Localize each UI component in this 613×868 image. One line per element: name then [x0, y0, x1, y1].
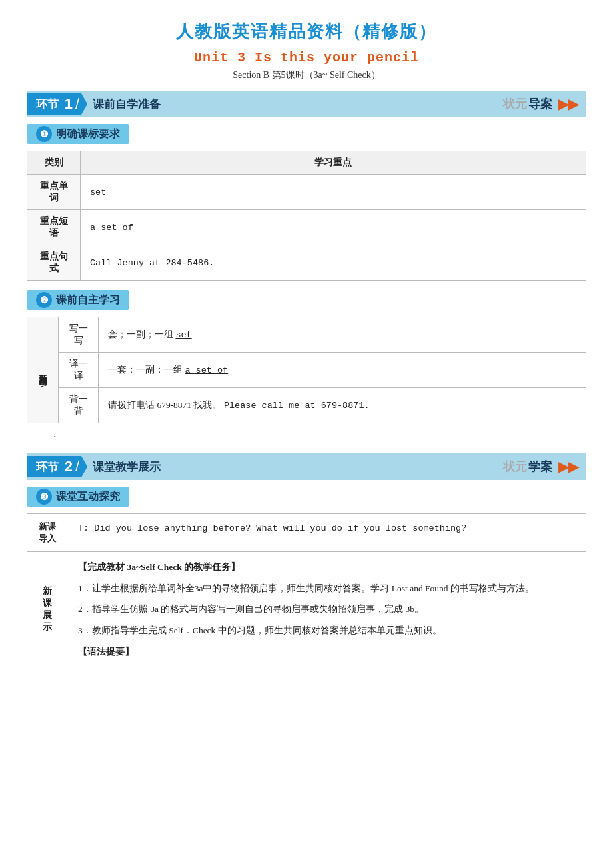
step1-header: ❶ 明确课标要求 [27, 124, 129, 144]
intro-label: 新课导入 [27, 514, 67, 552]
step1-num: ❶ [36, 126, 52, 142]
step3-header: ❸ 课堂互动探究 [27, 487, 129, 507]
content-val-2: 一套；一副；一组 a set of [99, 353, 586, 388]
main-label: 新 课 展 示 [27, 552, 67, 667]
step1-title: 明确课标要求 [56, 127, 120, 141]
section1-bar-right: 状元导案 ▶▶ [503, 96, 578, 112]
table-row: 重点短语 a set of [27, 210, 586, 245]
unit-title: Unit 3 Is this your pencil [27, 50, 586, 65]
sub-label-2: 译一译 [59, 353, 99, 388]
sub-label-1: 写一写 [59, 317, 99, 353]
row-label-1: 重点单词 [27, 175, 81, 210]
section-subtitle: Section B 第5课时（3a~ Self Check） [27, 69, 586, 81]
step2-title: 课前自主学习 [56, 293, 120, 307]
table-row: 新 课 展 示 【完成教材 3a~Self Check 的教学任务】 1．让学生… [27, 552, 586, 667]
section2-bar-right: 状元学案 ▶▶ [503, 459, 578, 475]
group-label: 新单词学习 [27, 317, 59, 423]
table-row: 新单词学习 写一写 套；一副；一组 set [27, 317, 586, 353]
table-row: 背一背 请拨打电话 679-8871 找我。 Please call me at… [27, 388, 586, 423]
table-row: 重点句式 Call Jenny at 284-5486. [27, 245, 586, 281]
step3-title: 课堂互动探究 [56, 490, 120, 504]
table-row: 重点单词 set [27, 175, 586, 210]
main-content: 【完成教材 3a~Self Check 的教学任务】 1．让学生根据所给单词补全… [67, 552, 586, 667]
row-value-1: set [81, 175, 586, 210]
content-val-3: 请拨打电话 679-8871 找我。 Please call me at 679… [99, 388, 586, 423]
row-value-2: a set of [81, 210, 586, 245]
section1-bar-text: 课前自学准备 [93, 97, 161, 112]
section1-bar-num: 环节 1/ [27, 93, 87, 115]
task-header: 【完成教材 3a~Self Check 的教学任务】 [78, 562, 240, 572]
step1-table: 类别 学习重点 重点单词 set 重点短语 a set of 重点句式 Call… [27, 151, 586, 281]
list-item-1: 1．让学生根据所给单词补全3a中的寻物招领启事，师生共同核对答案。学习 Lost… [78, 580, 575, 597]
row-label-2: 重点短语 [27, 210, 81, 245]
step2-num: ❷ [36, 292, 52, 308]
section2-bar: 环节 2/ 课堂教学展示 状元学案 ▶▶ [27, 453, 586, 480]
row-value-3: Call Jenny at 284-5486. [81, 245, 586, 281]
list-item-2: 2．指导学生仿照 3a 的格式与内容写一则自己的寻物启事或失物招领启事，完成 3… [78, 601, 575, 618]
content-val-1: 套；一副；一组 set [99, 317, 586, 353]
table-row: 译一译 一套；一副；一组 a set of [27, 353, 586, 388]
table-row: 新课导入 T: Did you lose anything before? Wh… [27, 514, 586, 552]
dot-separator: · [53, 430, 586, 444]
list-item-3: 3．教师指导学生完成 Self．Check 中的习题，师生共同核对答案并总结本单… [78, 622, 575, 639]
row-label-3: 重点句式 [27, 245, 81, 281]
step3-num: ❸ [36, 489, 52, 505]
step2-header: ❷ 课前自主学习 [27, 290, 129, 310]
col2-header: 学习重点 [81, 151, 586, 175]
step2-table: 新单词学习 写一写 套；一副；一组 set 译一译 一套；一副；一组 a set… [27, 317, 586, 423]
section2-bar-num: 环节 2/ [27, 456, 87, 477]
section2-bar-text: 课堂教学展示 [93, 459, 161, 475]
section1-bar: 环节 1/ 课前自学准备 状元导案 ▶▶ [27, 91, 586, 117]
col1-header: 类别 [27, 151, 81, 175]
main-title: 人教版英语精品资料（精修版） [27, 20, 586, 43]
intro-text: T: Did you lose anything before? What wi… [67, 514, 586, 552]
grammar-label: 【语法提要】 [78, 643, 575, 661]
sub-label-3: 背一背 [59, 388, 99, 423]
step3-table: 新课导入 T: Did you lose anything before? Wh… [27, 513, 586, 667]
